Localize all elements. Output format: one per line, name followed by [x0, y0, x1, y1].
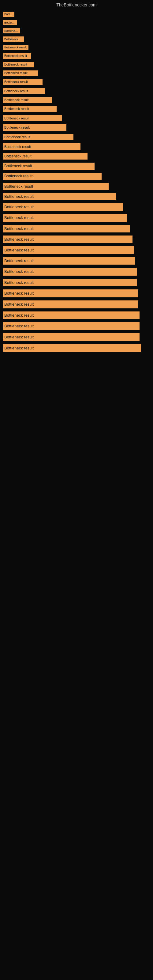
bar-row: Bottleneck result: [3, 204, 153, 212]
bar-row: Bottleneck result: [3, 12, 153, 18]
bottleneck-bar: Bottleneck result: [3, 225, 130, 232]
bar-row: Bottleneck result: [3, 312, 153, 320]
bottleneck-bar: Bottleneck result: [3, 153, 88, 159]
bar-row: Bottleneck result: [3, 183, 153, 191]
bottleneck-bar: Bottleneck result: [3, 279, 137, 286]
bar-row: Bottleneck result: [3, 124, 153, 131]
bar-row: Bottleneck result: [3, 290, 153, 298]
bottleneck-bar: Bottleneck result: [3, 301, 138, 309]
bar-row: Bottleneck result: [3, 88, 153, 95]
bar-row: Bottleneck result: [3, 301, 153, 309]
bar-row: Bottleneck result: [3, 173, 153, 180]
bottleneck-bar: Bottleneck result: [3, 53, 31, 59]
bottleneck-bar: Bottleneck result: [3, 20, 17, 25]
bottleneck-bar: Bottleneck result: [3, 62, 34, 67]
bottleneck-bar: Bottleneck result: [3, 214, 127, 222]
bottleneck-bar: Bottleneck result: [3, 235, 132, 243]
bar-row: Bottleneck result: [3, 257, 153, 265]
bar-row: Bottleneck result: [3, 214, 153, 222]
bottleneck-bar: Bottleneck result: [3, 333, 140, 341]
bar-row: Bottleneck result: [3, 344, 153, 353]
bar-row: Bottleneck result: [3, 279, 153, 287]
bottleneck-bar: Bottleneck result: [3, 37, 24, 42]
bottleneck-bar: Bottleneck result: [3, 124, 66, 131]
bar-row: Bottleneck result: [3, 225, 153, 233]
bar-row: Bottleneck result: [3, 153, 153, 160]
bar-row: Bottleneck result: [3, 115, 153, 122]
bottleneck-bar: Bottleneck result: [3, 12, 14, 17]
bar-row: Bottleneck result: [3, 62, 153, 68]
bar-row: Bottleneck result: [3, 134, 153, 141]
bar-row: Bottleneck result: [3, 20, 153, 26]
bar-row: Bottleneck result: [3, 235, 153, 244]
bar-row: Bottleneck result: [3, 37, 153, 43]
bottleneck-bar: Bottleneck result: [3, 312, 140, 320]
bar-row: Bottleneck result: [3, 53, 153, 59]
bottleneck-bar: Bottleneck result: [3, 106, 57, 112]
bar-row: Bottleneck result: [3, 193, 153, 201]
bar-row: Bottleneck result: [3, 162, 153, 170]
bottleneck-bar: Bottleneck result: [3, 173, 102, 180]
bar-row: Bottleneck result: [3, 45, 153, 51]
bar-row: Bottleneck result: [3, 70, 153, 77]
bottleneck-bar: Bottleneck result: [3, 290, 138, 298]
bottleneck-bar: Bottleneck result: [3, 344, 141, 352]
bottleneck-bar: Bottleneck result: [3, 45, 29, 50]
bottleneck-bar: Bottleneck result: [3, 143, 80, 150]
bottleneck-bar: Bottleneck result: [3, 322, 140, 330]
bottleneck-bar: Bottleneck result: [3, 193, 116, 200]
bottleneck-bar: Bottleneck result: [3, 97, 52, 103]
bottleneck-bar: Bottleneck result: [3, 246, 134, 254]
bar-row: Bottleneck result: [3, 246, 153, 255]
bar-row: Bottleneck result: [3, 106, 153, 113]
bar-row: Bottleneck result: [3, 79, 153, 86]
bar-row: Bottleneck result: [3, 143, 153, 151]
bottleneck-bar: Bottleneck result: [3, 257, 135, 265]
bottleneck-bar: Bottleneck result: [3, 268, 137, 275]
site-title: TheBottlenecker.com: [0, 0, 153, 9]
bottleneck-bar: Bottleneck result: [3, 134, 73, 140]
bottleneck-bar: Bottleneck result: [3, 28, 20, 33]
bottleneck-bar: Bottleneck result: [3, 162, 94, 170]
bar-row: Bottleneck result: [3, 268, 153, 276]
bottleneck-bar: Bottleneck result: [3, 204, 123, 211]
bottleneck-bar: Bottleneck result: [3, 115, 62, 121]
chart-area: Bottleneck resultBottleneck resultBottle…: [0, 9, 153, 355]
bottleneck-bar: Bottleneck result: [3, 88, 45, 94]
bar-row: Bottleneck result: [3, 333, 153, 342]
bar-row: Bottleneck result: [3, 322, 153, 331]
bottleneck-bar: Bottleneck result: [3, 70, 38, 76]
bottleneck-bar: Bottleneck result: [3, 183, 108, 190]
bar-row: Bottleneck result: [3, 28, 153, 34]
bar-row: Bottleneck result: [3, 97, 153, 104]
bottleneck-bar: Bottleneck result: [3, 79, 43, 85]
